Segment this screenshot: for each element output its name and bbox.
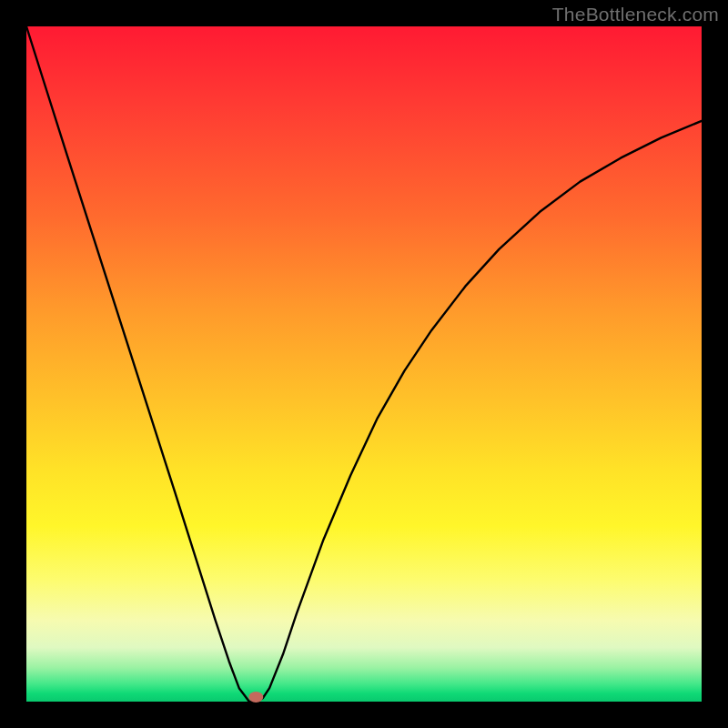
curve-layer [26, 26, 702, 702]
plot-area [26, 26, 702, 702]
bottleneck-curve [26, 26, 702, 702]
watermark-text: TheBottleneck.com [552, 4, 719, 25]
optimal-point-marker [248, 692, 263, 703]
chart-frame: TheBottleneck.com [0, 0, 728, 728]
